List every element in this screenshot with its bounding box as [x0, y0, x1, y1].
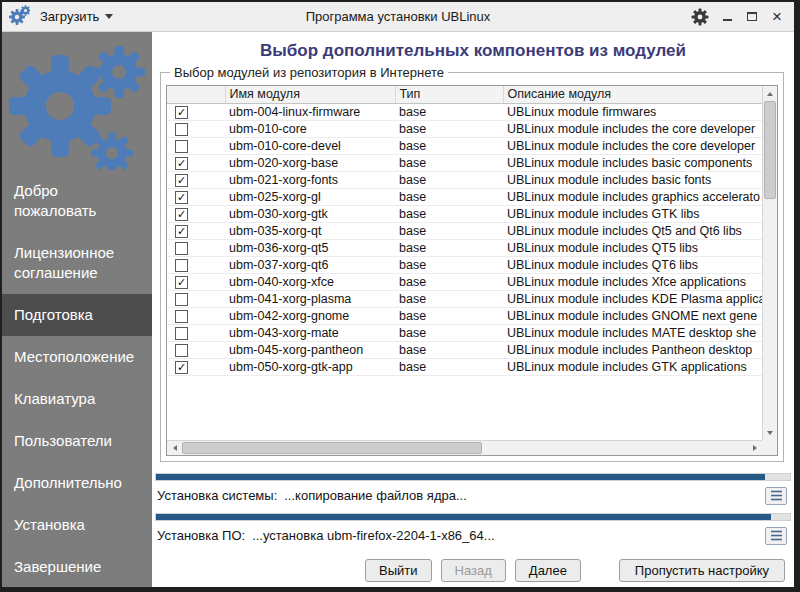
system-progress-fill [156, 474, 765, 480]
module-name: ubm-043-xorg-mate [225, 324, 395, 341]
module-table-body: ✓ubm-004-linux-firmwarebaseUBLinux modul… [167, 103, 762, 375]
module-row[interactable]: ubm-010-corebaseUBLinux module includes … [167, 120, 762, 137]
module-checkbox[interactable]: ✓ [175, 106, 188, 119]
module-checkbox[interactable]: ✓ [175, 225, 188, 238]
module-type: base [395, 273, 503, 290]
app-gears-icon [8, 4, 30, 29]
arrow-right-icon [753, 445, 757, 451]
module-type: base [395, 154, 503, 171]
module-row[interactable]: ✓ubm-040-xorg-xfcebaseUBLinux module inc… [167, 273, 762, 290]
module-checkbox[interactable] [175, 259, 188, 272]
log-lines-icon [770, 530, 783, 541]
module-description: UBLinux module includes GTK libs [503, 205, 762, 222]
sidebar-item[interactable]: Местоположение [2, 336, 152, 378]
module-checkbox[interactable] [175, 344, 188, 357]
module-type: base [395, 188, 503, 205]
module-row[interactable]: ✓ubm-004-linux-firmwarebaseUBLinux modul… [167, 103, 762, 120]
module-row[interactable]: ✓ubm-021-xorg-fontsbaseUBLinux module in… [167, 171, 762, 188]
sidebar-item[interactable]: Установка [2, 504, 152, 546]
module-checkbox[interactable]: ✓ [175, 157, 188, 170]
module-row[interactable]: ✓ubm-025-xorg-glbaseUBLinux module inclu… [167, 188, 762, 205]
module-checkbox[interactable]: ✓ [175, 208, 188, 221]
module-table-viewport: Имя модуля Тип Описание модуля ✓ubm-004-… [167, 86, 762, 440]
module-description: UBLinux module includes QT6 libs [503, 256, 762, 273]
maximize-button[interactable] [745, 9, 759, 25]
module-checkbox[interactable]: ✓ [175, 276, 188, 289]
module-description: UBLinux module includes graphics acceler… [503, 188, 762, 205]
header-module-type: Тип [395, 86, 503, 103]
system-progressbar [155, 473, 791, 481]
software-log-button[interactable] [765, 527, 787, 545]
module-row[interactable]: ubm-045-xorg-pantheonbaseUBLinux module … [167, 341, 762, 358]
module-name: ubm-020-xorg-base [225, 154, 395, 171]
module-type: base [395, 171, 503, 188]
module-name: ubm-004-linux-firmware [225, 103, 395, 120]
vertical-scrollbar-thumb[interactable] [764, 101, 776, 199]
module-checkbox[interactable] [175, 140, 188, 153]
system-progress-row: Установка системы:...копирование файлов … [157, 485, 787, 506]
groupbox-label: Выбор модулей из репозитория в Интернете [170, 65, 448, 80]
module-type: base [395, 324, 503, 341]
scrollbar-corner [762, 440, 777, 455]
horizontal-scrollbar[interactable] [167, 440, 762, 455]
module-description: UBLinux module includes Xfce application… [503, 273, 762, 290]
module-type: base [395, 341, 503, 358]
scroll-down-button[interactable] [763, 425, 777, 440]
module-checkbox[interactable]: ✓ [175, 174, 188, 187]
module-row[interactable]: ubm-041-xorg-plasmabaseUBLinux module in… [167, 290, 762, 307]
module-row[interactable]: ubm-010-core-develbaseUBLinux module inc… [167, 137, 762, 154]
sidebar-item-active[interactable]: Подготовка [2, 294, 152, 336]
module-description: UBLinux module includes Qt5 and Qt6 libs [503, 222, 762, 239]
module-checkbox[interactable] [175, 242, 188, 255]
module-row[interactable]: ubm-043-xorg-matebaseUBLinux module incl… [167, 324, 762, 341]
module-checkbox[interactable] [175, 310, 188, 323]
module-checkbox[interactable]: ✓ [175, 191, 188, 204]
module-row[interactable]: ✓ubm-035-xorg-qtbaseUBLinux module inclu… [167, 222, 762, 239]
scroll-left-button[interactable] [167, 441, 182, 455]
page-title: Выбор дополнительных компонентов из моду… [152, 41, 794, 61]
system-log-button[interactable] [765, 487, 787, 505]
module-type: base [395, 137, 503, 154]
close-button[interactable]: × [770, 9, 784, 25]
scroll-right-button[interactable] [747, 441, 762, 455]
minimize-button[interactable] [720, 9, 734, 25]
horizontal-scrollbar-thumb[interactable] [182, 442, 482, 454]
module-checkbox[interactable] [175, 327, 188, 340]
module-name: ubm-045-xorg-pantheon [225, 341, 395, 358]
sidebar-item[interactable]: Пользователи [2, 420, 152, 462]
scroll-up-button[interactable] [763, 86, 777, 101]
module-name: ubm-042-xorg-gnome [225, 307, 395, 324]
module-row[interactable]: ✓ubm-030-xorg-gtkbaseUBLinux module incl… [167, 205, 762, 222]
load-button[interactable]: Загрузить [34, 6, 119, 27]
module-row[interactable]: ubm-042-xorg-gnomebaseUBLinux module inc… [167, 307, 762, 324]
module-checkbox[interactable] [175, 293, 188, 306]
vertical-scrollbar[interactable] [762, 86, 777, 440]
module-description: UBLinux module firmwares [503, 103, 762, 120]
window-title: Программа установки UBLinux [306, 9, 491, 24]
button-row: Выйти Назад Далее Пропустить настройку [152, 559, 794, 587]
back-button[interactable]: Назад [441, 559, 506, 582]
module-row[interactable]: ✓ubm-050-xorg-gtk-appbaseUBLinux module … [167, 358, 762, 375]
module-row[interactable]: ubm-036-xorg-qt5baseUBLinux module inclu… [167, 239, 762, 256]
module-description: UBLinux module includes basic components [503, 154, 762, 171]
module-type: base [395, 307, 503, 324]
module-row[interactable]: ubm-037-xorg-qt6baseUBLinux module inclu… [167, 256, 762, 273]
module-row[interactable]: ✓ubm-020-xorg-basebaseUBLinux module inc… [167, 154, 762, 171]
module-name: ubm-036-xorg-qt5 [225, 239, 395, 256]
sidebar-item[interactable]: Лицензионное соглашение [2, 232, 152, 294]
skip-setup-button[interactable]: Пропустить настройку [619, 559, 785, 582]
module-checkbox[interactable]: ✓ [175, 361, 188, 374]
load-button-label: Загрузить [40, 9, 99, 24]
sidebar-item[interactable]: Клавиатура [2, 378, 152, 420]
sidebar-item[interactable]: Дополнительно [2, 462, 152, 504]
module-name: ubm-035-xorg-qt [225, 222, 395, 239]
settings-gear-icon[interactable] [691, 8, 709, 26]
next-button[interactable]: Далее [515, 559, 581, 582]
arrow-up-icon [767, 92, 773, 96]
sidebar-item[interactable]: Добро пожаловать [2, 170, 152, 232]
exit-button[interactable]: Выйти [365, 559, 432, 582]
module-checkbox[interactable] [175, 123, 188, 136]
module-description: UBLinux module includes KDE Plasma appli… [503, 290, 762, 307]
arrow-left-icon [173, 445, 177, 451]
sidebar-item[interactable]: Завершение [2, 546, 152, 587]
